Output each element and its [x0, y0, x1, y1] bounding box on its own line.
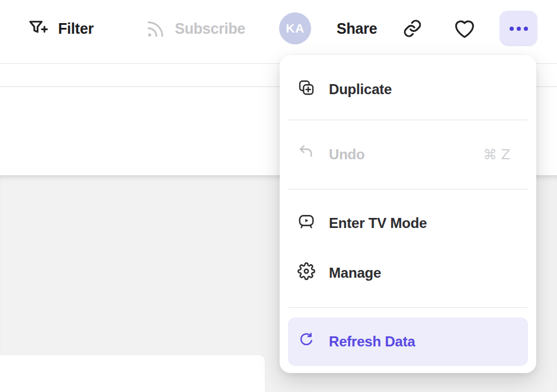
menu-item-label: Refresh Data: [329, 333, 415, 350]
menu-item-label: Duplicate: [329, 81, 392, 98]
avatar-initials: KA: [279, 12, 311, 44]
rss-icon: [144, 18, 166, 40]
toolbar: Filter Subscribe KA Share: [0, 0, 557, 64]
link-icon: [401, 17, 424, 40]
subscribe-button[interactable]: Subscribe: [144, 0, 245, 57]
menu-item-label: Enter TV Mode: [329, 215, 427, 232]
menu-divider: [288, 307, 528, 308]
copy-link-button[interactable]: [401, 0, 424, 57]
favorite-button[interactable]: [452, 0, 477, 57]
filter-label: Filter: [58, 20, 94, 37]
ellipsis-icon[interactable]: [500, 11, 537, 46]
gear-icon: [297, 262, 315, 284]
keyboard-shortcut: ⌘ Z: [484, 147, 518, 162]
more-actions-button[interactable]: [500, 0, 537, 57]
share-button[interactable]: Share: [337, 0, 377, 57]
menu-item-label: Manage: [329, 265, 381, 281]
menu-item-duplicate[interactable]: Duplicate: [288, 59, 528, 120]
menu-item-undo[interactable]: Undo ⌘ Z: [288, 120, 528, 189]
menu-item-label: Undo: [329, 146, 365, 163]
menu-item-enter-tv-mode[interactable]: Enter TV Mode: [288, 198, 528, 248]
refresh-arrow-icon: [297, 331, 315, 352]
menu-item-refresh-data[interactable]: Refresh Data: [288, 317, 528, 366]
user-avatar[interactable]: KA: [279, 0, 311, 57]
menu-item-manage[interactable]: Manage: [288, 248, 528, 298]
subscribe-label: Subscribe: [175, 20, 245, 37]
filter-button[interactable]: Filter: [27, 0, 94, 57]
copy-plus-icon: [297, 79, 315, 100]
heart-icon: [452, 16, 477, 41]
tv-play-icon: [297, 213, 315, 234]
more-actions-menu: Duplicate Undo ⌘ Z: [280, 55, 536, 373]
undo-arrow-icon: [297, 144, 315, 165]
share-label: Share: [337, 20, 377, 37]
app-screen: some of the most basic revenue m Filter: [0, 0, 557, 392]
menu-group: Enter TV Mode Manage: [288, 189, 528, 307]
text-card: some of the most basic revenue m: [0, 355, 265, 392]
funnel-plus-icon: [27, 18, 49, 40]
